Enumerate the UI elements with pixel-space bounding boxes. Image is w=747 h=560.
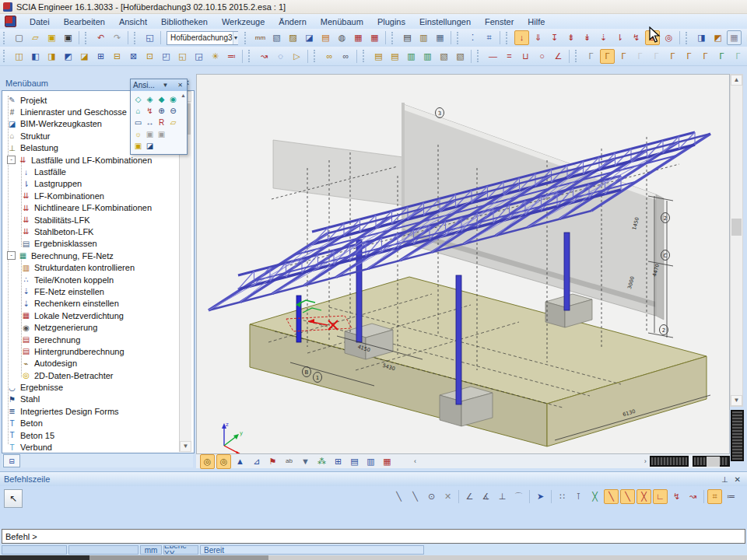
mesh-sphere-icon[interactable]: ◍ bbox=[335, 30, 349, 45]
tree-item-lastfälle-und-lf-kombinationen[interactable]: -⇊Lastfälle und LF-Kombinationen bbox=[4, 154, 180, 166]
tree-item-berechnung-fe-netz[interactable]: -▦Berechnung, FE-Netz bbox=[4, 250, 180, 261]
render-toggle-icon[interactable]: ▼ bbox=[298, 454, 313, 469]
status-plane[interactable]: Ebene XY bbox=[163, 545, 198, 555]
calc-protocol2-icon[interactable]: ▦ bbox=[367, 30, 382, 45]
frame-green-icon[interactable]: Γ bbox=[714, 49, 729, 64]
vscroll-down-icon[interactable]: ▼ bbox=[731, 395, 742, 406]
load-palette-icon[interactable]: ◩ bbox=[710, 30, 725, 45]
toolbox-scroll-up-icon[interactable]: ▲ bbox=[181, 93, 186, 98]
menu-plugins[interactable]: Plugins bbox=[370, 16, 412, 28]
snap-midpoint-icon[interactable]: ╲ bbox=[408, 489, 423, 504]
view-toolbox[interactable]: Ansi... ▼ ✕ ▲ ◇◈◆◉⌂↯⊕⊖▭↔R▱☼▣▣▣◪ bbox=[130, 79, 188, 155]
model-3d-view[interactable]: 32C2B1145030004470415054306130zyx bbox=[197, 75, 729, 453]
tree-item-hintergrundberechnung[interactable]: ▤Hintergrundberechnung bbox=[4, 345, 180, 357]
vscroll-thumb[interactable] bbox=[731, 219, 742, 236]
activity-toggle-icon[interactable]: ⁂ bbox=[314, 454, 329, 469]
menu-bearbeiten[interactable]: Bearbeiten bbox=[57, 16, 112, 28]
mesh-grid-icon[interactable]: ▦ bbox=[380, 454, 395, 469]
concrete-wall[interactable] bbox=[273, 103, 664, 320]
menu-fenster[interactable]: Fenster bbox=[478, 16, 521, 28]
draw-polyline-icon[interactable]: ⊔ bbox=[518, 49, 533, 64]
frame-remove-icon[interactable]: Γ bbox=[633, 49, 647, 64]
command-close-icon[interactable]: ✕ bbox=[735, 475, 741, 484]
menu-datei[interactable]: Datei bbox=[23, 16, 57, 28]
copy-node-icon[interactable]: ◧ bbox=[28, 49, 43, 64]
frame-copy-icon[interactable]: Γ bbox=[665, 49, 680, 64]
tree-item-netzgenerierung[interactable]: ◉Netzgenerierung bbox=[4, 321, 180, 333]
draw-line-icon[interactable]: — bbox=[486, 49, 500, 64]
table-input-icon[interactable]: ▤ bbox=[371, 49, 386, 64]
draw-parallel-icon[interactable]: = bbox=[502, 49, 517, 64]
tree-item-nichtlineare-lf-kombinationen[interactable]: ⇊Nichtlineare LF-Kombinationen bbox=[4, 202, 180, 214]
combo-dropdown-icon[interactable]: ▼ bbox=[233, 32, 239, 44]
tree-item-beton[interactable]: TBeton bbox=[4, 418, 180, 429]
doc-green2-icon[interactable]: ▥ bbox=[420, 49, 435, 64]
tree-item-integriertes-design-forms[interactable]: ≣Integriertes Design Forms bbox=[4, 405, 180, 417]
snap-endpoint-icon[interactable]: ╲ bbox=[391, 489, 406, 504]
snap-angle-2-icon[interactable]: ∡ bbox=[479, 489, 493, 504]
extend-icon[interactable]: ⊡ bbox=[142, 49, 157, 64]
combination-save-icon[interactable]: ◨ bbox=[694, 30, 709, 45]
snap-perpendicular-icon[interactable]: ⊥ bbox=[495, 489, 510, 504]
section-flag-icon[interactable]: ⚑ bbox=[265, 454, 280, 469]
polygon-edit-icon[interactable]: ▷ bbox=[289, 49, 304, 64]
midpoint-active-icon[interactable]: ╲ bbox=[620, 489, 635, 504]
toolbox-close-icon[interactable]: ✕ bbox=[176, 82, 184, 89]
free-load-icon[interactable]: ⇂ bbox=[612, 30, 627, 45]
save-as-icon[interactable]: ▣ bbox=[44, 30, 59, 45]
zoom-in-icon[interactable]: ⊕ bbox=[156, 105, 167, 117]
menu-werkzeuge[interactable]: Werkzeuge bbox=[215, 16, 272, 28]
select-triangle-icon[interactable]: ▲ bbox=[233, 454, 247, 469]
camera-2-icon[interactable]: ▣ bbox=[156, 128, 167, 140]
join-beam-icon[interactable]: ⊟ bbox=[110, 49, 124, 64]
units-mm-cm-icon[interactable]: mm bbox=[253, 30, 268, 45]
tree-item-stahl[interactable]: ⚑Stahl bbox=[4, 394, 180, 405]
edge-snap-icon[interactable]: ↯ bbox=[669, 489, 684, 504]
arc-snap-icon[interactable]: ↝ bbox=[686, 489, 700, 504]
frame-add-icon[interactable]: Γ bbox=[616, 49, 631, 64]
surface-load-icon[interactable]: ↧ bbox=[547, 30, 562, 45]
tree-item-berechnung[interactable]: ▤Berechnung bbox=[4, 334, 180, 345]
select-cursor-icon[interactable]: ◌ bbox=[273, 49, 288, 64]
table-edit-icon[interactable]: ▤ bbox=[388, 49, 402, 64]
toolbox-dropdown-icon[interactable]: ▼ bbox=[161, 82, 170, 89]
point-load-icon[interactable]: ↓ bbox=[514, 30, 529, 45]
menu-ansicht[interactable]: Ansicht bbox=[112, 16, 154, 28]
save-icon[interactable]: ▣ bbox=[61, 30, 75, 45]
light-toggle-icon[interactable]: ☼ bbox=[132, 128, 144, 140]
member-data-icon[interactable]: ⌗ bbox=[482, 30, 496, 45]
hscroll-right-icon[interactable]: › bbox=[644, 457, 647, 465]
image-export-icon[interactable]: ▨ bbox=[286, 30, 300, 45]
tree-item-ergebnisse[interactable]: ◡Ergebnisse bbox=[4, 381, 180, 393]
tree-tab-icon[interactable]: ⊟ bbox=[3, 454, 20, 467]
grid-line-snap-icon[interactable]: ⊺ bbox=[571, 489, 586, 504]
clip-box-icon[interactable]: ▣ bbox=[132, 140, 144, 152]
model-viewport[interactable]: 32C2B1145030004470415054306130zyx bbox=[196, 74, 730, 454]
title-bar[interactable]: SCIA Engineer 16.1.3033 - [Hofüberdachun… bbox=[0, 0, 747, 14]
tree-item-lf-kombinationen[interactable]: ⇊LF-Kombinationen bbox=[4, 190, 180, 201]
frame-select-icon[interactable]: Γ bbox=[600, 49, 615, 64]
gallery2-icon[interactable]: ▧ bbox=[453, 49, 468, 64]
render-mode-icon[interactable]: ▧ bbox=[269, 30, 284, 45]
rotation-rib-vertical[interactable] bbox=[731, 410, 744, 461]
draw-circle-icon[interactable]: ○ bbox=[535, 49, 549, 64]
hscroll-thumb[interactable] bbox=[707, 457, 720, 467]
tree-item-rechenkern-einstellen[interactable]: ⇣Rechenkern einstellen bbox=[4, 298, 180, 310]
snap-pin-2-icon[interactable]: ◎ bbox=[216, 454, 231, 469]
view-side-icon[interactable]: ◆ bbox=[156, 93, 167, 105]
move-node-icon[interactable]: ◫ bbox=[12, 49, 26, 64]
tree-item-stabilitäts-lfk[interactable]: ⇊Stabilitäts-LFK bbox=[4, 214, 180, 226]
tree-item-lastgruppen[interactable]: ⇂Lastgruppen bbox=[4, 178, 180, 190]
view-axo-icon[interactable]: ◉ bbox=[167, 93, 179, 105]
link-nodes-icon[interactable]: ∞ bbox=[322, 49, 337, 64]
open-file-icon[interactable]: ▱ bbox=[28, 30, 43, 45]
wind-generator-on-icon[interactable]: ▦ bbox=[727, 30, 742, 45]
polyline-edit-icon[interactable]: ↝ bbox=[257, 49, 272, 64]
undo-icon[interactable]: ↶ bbox=[93, 30, 108, 45]
zoom-all-icon[interactable]: ↔ bbox=[144, 117, 156, 128]
doc-green-icon[interactable]: ▥ bbox=[404, 49, 419, 64]
zoom-selection-icon[interactable]: R bbox=[156, 117, 167, 128]
view-settings-icon[interactable]: ◪ bbox=[144, 140, 156, 152]
result-table-icon[interactable]: ▤ bbox=[347, 454, 362, 469]
draw-angle-icon[interactable]: ∠ bbox=[551, 49, 566, 64]
